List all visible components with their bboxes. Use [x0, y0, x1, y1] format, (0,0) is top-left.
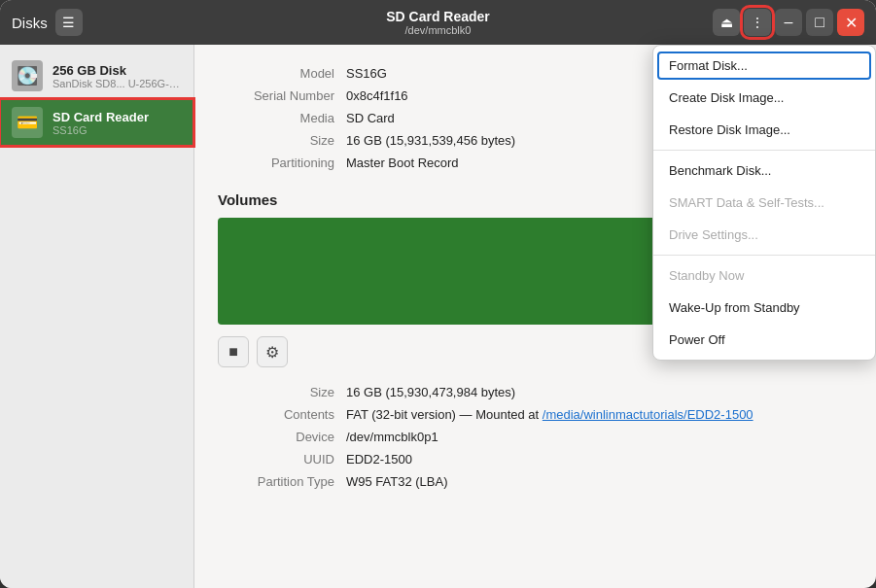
- disk-icon-ssd: 💽: [12, 60, 43, 91]
- menu-item-format-disk[interactable]: Format Disk...: [657, 52, 871, 80]
- active-disk-path: /dev/mmcblk0: [405, 24, 472, 36]
- titlebar-center: SD Card Reader /dev/mmcblk0: [214, 9, 662, 36]
- size-label: Size: [218, 131, 334, 150]
- sidebar-item-sd-card[interactable]: 💳 SD Card Reader SS16G: [0, 99, 193, 146]
- menu-item-benchmark-disk[interactable]: Benchmark Disk...: [653, 155, 875, 187]
- disk-info-sd: SD Card Reader SS16G: [53, 110, 182, 136]
- titlebar-left: Disks ☰: [12, 9, 206, 36]
- hamburger-menu-button[interactable]: ☰: [55, 9, 83, 36]
- titlebar: Disks ☰ SD Card Reader /dev/mmcblk0 ⏏ ⋮ …: [0, 0, 876, 45]
- device-label: Device: [218, 428, 334, 446]
- stop-button[interactable]: ■: [218, 336, 249, 367]
- menu-item-create-disk-image[interactable]: Create Disk Image...: [653, 82, 875, 114]
- sd-icon: 💳: [17, 112, 38, 133]
- contents-link[interactable]: /media/winlinmactutorials/EDD2-1500: [543, 407, 753, 422]
- ssd-icon: 💽: [17, 65, 38, 86]
- type-label: Partition Type: [218, 472, 334, 491]
- model-label: Model: [218, 64, 334, 83]
- part-size-label: Size: [218, 383, 334, 401]
- partitioning-label: Partitioning: [218, 154, 334, 172]
- minimize-button[interactable]: –: [775, 9, 802, 36]
- menu-item-power-off[interactable]: Power Off: [653, 324, 875, 356]
- disk-sub-sd: SS16G: [53, 124, 182, 136]
- menu-item-wakeup-standby[interactable]: Wake-Up from Standby: [653, 292, 875, 324]
- menu-divider-1: [653, 150, 875, 151]
- app-window: Disks ☰ SD Card Reader /dev/mmcblk0 ⏏ ⋮ …: [0, 0, 876, 588]
- three-dot-menu-button[interactable]: ⋮: [744, 9, 771, 36]
- uuid-value: EDD2-1500: [346, 450, 853, 468]
- app-title: Disks: [12, 15, 48, 31]
- disk-name-256gb: 256 GB Disk: [53, 63, 182, 78]
- context-menu: Format Disk... Create Disk Image... Rest…: [652, 45, 876, 361]
- uuid-label: UUID: [218, 450, 334, 468]
- sidebar-item-256gb-disk[interactable]: 💽 256 GB Disk SanDisk SD8... U-256G-1006: [0, 52, 193, 99]
- maximize-button[interactable]: □: [806, 9, 833, 36]
- gear-button[interactable]: ⚙: [257, 336, 288, 367]
- menu-item-drive-settings: Drive Settings...: [653, 219, 875, 251]
- sidebar: 💽 256 GB Disk SanDisk SD8... U-256G-1006…: [0, 45, 194, 588]
- contents-value: FAT (32-bit version) — Mounted at /media…: [346, 405, 853, 424]
- menu-divider-2: [653, 255, 875, 256]
- media-label: Media: [218, 109, 334, 127]
- menu-item-standby-now: Standby Now: [653, 259, 875, 292]
- disk-name-sd: SD Card Reader: [53, 110, 182, 124]
- contents-label: Contents: [218, 405, 334, 424]
- device-value: /dev/mmcblk0p1: [346, 428, 853, 446]
- active-disk-name: SD Card Reader: [386, 9, 490, 24]
- serial-label: Serial Number: [218, 86, 334, 105]
- menu-item-restore-disk-image[interactable]: Restore Disk Image...: [653, 114, 875, 146]
- eject-button[interactable]: ⏏: [713, 9, 740, 36]
- disk-sub-256gb: SanDisk SD8... U-256G-1006: [53, 78, 182, 89]
- close-button[interactable]: ✕: [837, 9, 864, 36]
- disk-icon-sd: 💳: [12, 107, 43, 138]
- contents-prefix: FAT (32-bit version) — Mounted at: [346, 407, 543, 422]
- partition-details-grid: Size 16 GB (15,930,473,984 bytes) Conten…: [218, 383, 853, 491]
- type-value: W95 FAT32 (LBA): [346, 472, 853, 491]
- titlebar-right: ⏏ ⋮ – □ ✕: [670, 9, 864, 36]
- part-size-value: 16 GB (15,930,473,984 bytes): [346, 383, 853, 401]
- disk-info-256gb: 256 GB Disk SanDisk SD8... U-256G-1006: [53, 63, 182, 89]
- menu-item-smart-data: SMART Data & Self-Tests...: [653, 187, 875, 219]
